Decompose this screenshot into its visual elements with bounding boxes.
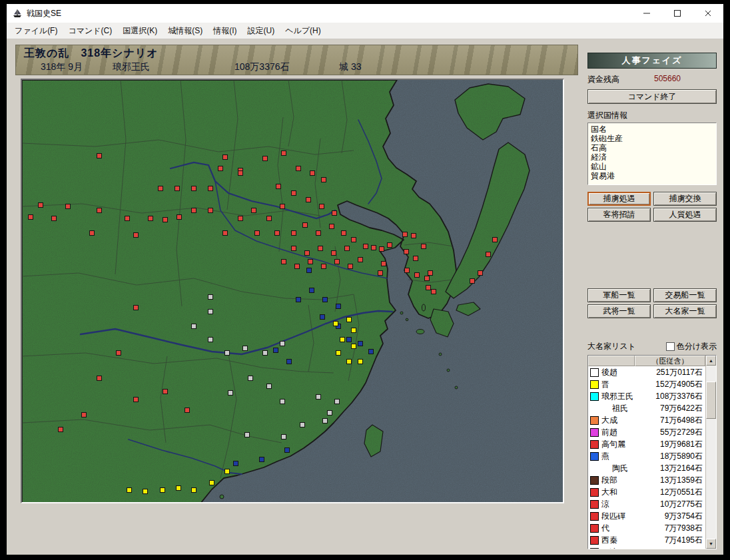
castle-marker-red[interactable] [478,271,483,276]
castle-marker-silver[interactable] [335,400,340,404]
checkbox-box[interactable] [666,342,675,351]
daimyo-row[interactable]: 高句麗19万9681石 [588,438,705,450]
castle-marker-red[interactable] [97,154,102,158]
castle-marker-yellow[interactable] [352,344,356,349]
castle-marker-yellow[interactable] [347,318,352,322]
menu-settings[interactable]: 設定(U) [242,23,280,39]
menu-country-select[interactable]: 国選択(K) [117,23,163,39]
castle-marker-red[interactable] [403,232,408,237]
castle-marker-navy[interactable] [336,304,341,309]
castle-marker-red[interactable] [134,306,139,310]
castle-marker-red[interactable] [208,186,213,191]
castle-marker-red[interactable] [208,208,213,213]
prisoner-treatment-button[interactable]: 捕虜処遇 [587,192,651,206]
castle-marker-red[interactable] [282,151,286,156]
castle-marker-red[interactable] [263,156,268,161]
castle-marker-red[interactable] [185,408,190,413]
castle-marker-red[interactable] [415,273,420,278]
castle-marker-silver[interactable] [225,351,230,356]
castle-marker-red[interactable] [292,231,296,236]
castle-marker-red[interactable] [66,204,71,209]
castle-marker-red[interactable] [276,184,281,189]
maximize-button[interactable] [662,4,693,23]
castle-marker-red[interactable] [292,191,296,196]
castle-marker-red[interactable] [422,244,426,249]
castle-marker-red[interactable] [223,155,228,160]
daimyo-row[interactable]: 陶氏13万2164石 [588,462,705,474]
castle-marker-yellow[interactable] [177,486,181,491]
castle-marker-red[interactable] [192,186,196,191]
castle-marker-red[interactable] [39,203,43,208]
castle-marker-red[interactable] [426,286,431,290]
castle-marker-red[interactable] [322,178,326,182]
castle-marker-red[interactable] [296,166,301,171]
castle-marker-red[interactable] [255,231,260,236]
castle-marker-red[interactable] [412,234,416,238]
castle-marker-silver[interactable] [280,400,285,404]
castle-marker-red[interactable] [378,271,383,276]
castle-marker-silver[interactable] [208,295,213,300]
daimyo-row[interactable]: 前趙55万2729石 [588,426,705,438]
castle-marker-silver[interactable] [243,346,248,351]
trade-ship-list-button[interactable]: 交易船一覧 [653,288,717,302]
castle-marker-navy[interactable] [358,342,363,346]
castle-marker-yellow[interactable] [210,481,214,485]
castle-marker-navy[interactable] [274,348,278,353]
castle-marker-navy[interactable] [234,461,238,466]
castle-marker-red[interactable] [404,250,409,254]
castle-marker-silver[interactable] [208,338,213,342]
castle-marker-red[interactable] [117,351,121,356]
castle-marker-red[interactable] [282,260,286,264]
menu-info[interactable]: 情報(I) [208,23,242,39]
guest-general-invite-button[interactable]: 客将招請 [587,208,651,222]
castle-marker-navy[interactable] [285,448,290,453]
menu-command[interactable]: コマンド(C) [63,23,117,39]
castle-marker-red[interactable] [305,251,310,256]
castle-marker-red[interactable] [332,211,337,216]
castle-marker-yellow[interactable] [161,488,165,493]
castle-marker-red[interactable] [163,218,168,222]
castle-marker-red[interactable] [493,238,498,242]
daimyo-row[interactable]: 大和12万0551石 [588,486,705,498]
castle-marker-red[interactable] [382,262,386,266]
daimyo-row[interactable]: 百済7万0429石 [588,546,705,549]
castle-marker-navy[interactable] [260,457,264,462]
daimyo-row[interactable]: 祖氏79万6422石 [588,402,705,414]
castle-marker-silver[interactable] [280,342,285,346]
castle-marker-red[interactable] [52,216,57,221]
castle-marker-red[interactable] [97,208,102,213]
castle-marker-red[interactable] [90,231,95,236]
daimyo-row[interactable]: 燕18万5890石 [588,450,705,462]
castle-marker-yellow[interactable] [225,469,230,474]
castle-marker-yellow[interactable] [358,360,363,364]
daimyo-list-button[interactable]: 大名家一覧 [653,304,717,318]
castle-marker-red[interactable] [29,215,33,220]
castle-marker-yellow[interactable] [143,489,148,494]
menu-castle-info[interactable]: 城情報(S) [163,23,208,39]
castle-marker-red[interactable] [238,216,243,221]
castle-marker-red[interactable] [177,215,182,220]
castle-marker-silver[interactable] [245,433,250,437]
castle-marker-silver[interactable] [300,423,305,427]
castle-marker-red[interactable] [316,231,321,236]
strategy-map[interactable] [22,80,563,502]
castle-marker-yellow[interactable] [347,360,352,364]
scroll-down-button[interactable]: ▼ [706,539,716,549]
castle-marker-red[interactable] [134,398,139,402]
castle-marker-navy[interactable] [369,350,374,354]
menu-file[interactable]: ファイル(F) [9,23,63,39]
castle-marker-navy[interactable] [323,298,328,302]
castle-marker-silver[interactable] [267,384,272,389]
castle-marker-red[interactable] [292,246,296,251]
castle-marker-red[interactable] [364,244,368,249]
daimyo-row[interactable]: 晋152万4905石 [588,378,705,390]
castle-marker-silver[interactable] [323,419,328,423]
castle-marker-yellow[interactable] [192,488,196,493]
castle-marker-red[interactable] [134,233,139,238]
scroll-up-button[interactable]: ▲ [706,356,716,366]
castle-marker-red[interactable] [159,186,163,191]
castle-marker-red[interactable] [280,204,285,209]
castle-marker-silver[interactable] [263,351,268,356]
minimize-button[interactable] [631,4,662,23]
daimyo-row[interactable]: 涼10万2775石 [588,498,705,510]
